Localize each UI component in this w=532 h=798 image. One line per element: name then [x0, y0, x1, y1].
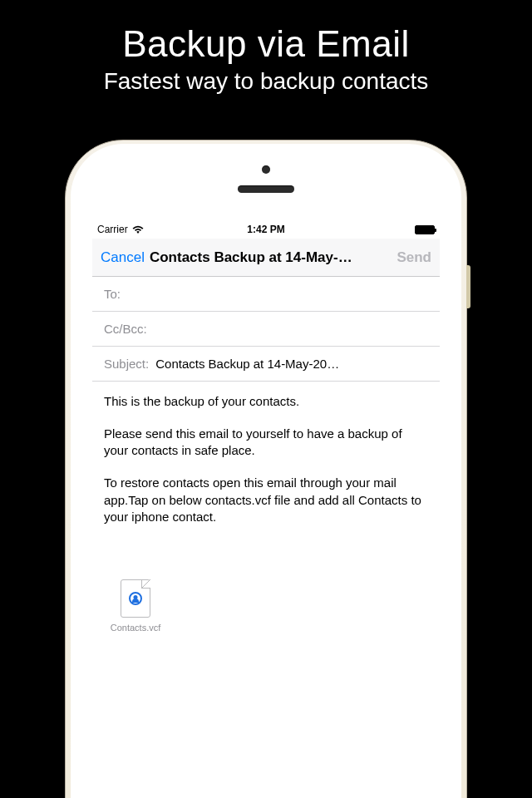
ccbcc-field[interactable]: Cc/Bcc:	[92, 312, 440, 347]
attachment[interactable]: Contacts.vcf	[104, 579, 167, 633]
email-body[interactable]: This is the backup of your contacts. Ple…	[92, 382, 440, 546]
phone-inner: Carrier 1:42 PM Cancel Contacts Backup a…	[71, 144, 461, 798]
status-time: 1:42 PM	[92, 224, 440, 235]
promo-subtitle: Fastest way to backup contacts	[0, 68, 532, 95]
phone-frame: Carrier 1:42 PM Cancel Contacts Backup a…	[65, 140, 467, 798]
contact-glyph-icon	[129, 592, 142, 605]
to-field[interactable]: To:	[92, 277, 440, 312]
subject-value[interactable]: Contacts Backup at 14-May-20…	[155, 357, 428, 371]
navbar-title: Contacts Backup at 14-May-…	[145, 249, 397, 266]
cancel-button[interactable]: Cancel	[101, 249, 145, 266]
to-label: To:	[104, 287, 121, 301]
status-bar: Carrier 1:42 PM	[92, 220, 440, 239]
phone-side-button	[466, 265, 470, 308]
battery-icon	[415, 225, 435, 234]
promo-headline: Backup via Email Fastest way to backup c…	[0, 0, 532, 95]
ccbcc-label: Cc/Bcc:	[104, 322, 147, 336]
subject-label: Subject:	[104, 357, 149, 371]
vcf-file-icon	[121, 579, 150, 618]
phone-speaker	[238, 185, 294, 193]
phone-camera	[262, 165, 270, 174]
body-paragraph-2: Please send this email to yourself to ha…	[104, 426, 428, 460]
compose-navbar: Cancel Contacts Backup at 14-May-… Send	[92, 239, 440, 277]
subject-field[interactable]: Subject: Contacts Backup at 14-May-20…	[92, 347, 440, 382]
promo-title: Backup via Email	[0, 23, 532, 65]
attachment-filename: Contacts.vcf	[104, 623, 167, 633]
send-button[interactable]: Send	[397, 249, 431, 266]
body-paragraph-3: To restore contacts open this email thro…	[104, 475, 428, 526]
phone-screen: Carrier 1:42 PM Cancel Contacts Backup a…	[92, 220, 440, 798]
body-paragraph-1: This is the backup of your contacts.	[104, 393, 428, 411]
